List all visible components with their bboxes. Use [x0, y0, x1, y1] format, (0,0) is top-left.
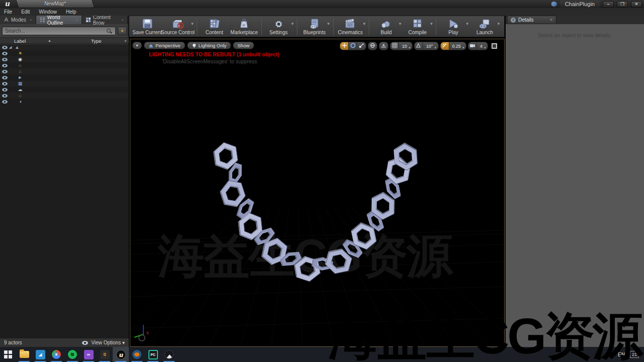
viewport-options-button[interactable]: ▼: [132, 42, 142, 49]
visibility-eye-icon[interactable]: [2, 76, 8, 79]
show-button[interactable]: Show: [233, 42, 254, 49]
dropdown-caret-icon[interactable]: ▼: [497, 22, 501, 26]
column-type[interactable]: Type: [91, 38, 102, 44]
perspective-button[interactable]: Perspective: [144, 42, 185, 49]
menu-file[interactable]: File: [4, 9, 12, 15]
blueprints-button[interactable]: Blueprints: [299, 18, 329, 35]
visibility-eye-icon[interactable]: [2, 70, 8, 73]
sky-light-icon: ☁: [17, 87, 23, 92]
visibility-eye-icon[interactable]: [2, 94, 8, 98]
dropdown-caret-icon[interactable]: ▼: [398, 22, 402, 26]
outliner-footer: 9 actors View Options ▾: [0, 338, 129, 347]
build-button[interactable]: Build: [371, 18, 401, 35]
tab-details[interactable]: i Details ✕: [507, 16, 556, 24]
outliner-row[interactable]: ☁: [0, 86, 129, 93]
dropdown-caret-icon[interactable]: ▼: [362, 22, 366, 26]
taskbar-unreal[interactable]: u: [113, 347, 129, 362]
view-options-button[interactable]: View Options ▾: [82, 340, 125, 345]
outliner-row[interactable]: ⌂: [0, 68, 129, 74]
search-icon: [107, 29, 111, 33]
plugin-title: ChainPlugin: [560, 1, 600, 8]
menu-help[interactable]: Help: [66, 9, 76, 15]
close-button[interactable]: ✕: [631, 1, 642, 8]
outliner-row[interactable]: ◑: [0, 99, 129, 105]
outliner-row[interactable]: ►: [0, 74, 129, 80]
taskbar-pycharm[interactable]: PC: [145, 347, 161, 362]
visibility-eye-icon[interactable]: [2, 100, 8, 104]
column-options-icon[interactable]: ▼: [124, 39, 127, 43]
scale-snap-button[interactable]: [441, 42, 449, 50]
details-body: Select an object to view details.: [506, 24, 644, 347]
outliner-row[interactable]: ◉: [0, 56, 129, 62]
start-button[interactable]: [0, 347, 16, 362]
viewport[interactable]: 海益生CG资源 ▼ Perspective Lighting Only Show…: [130, 39, 505, 347]
tab-world-outliner[interactable]: World Outline×: [36, 16, 82, 24]
outliner-icon: [40, 17, 45, 23]
menu-edit[interactable]: Edit: [21, 9, 30, 15]
marketplace-button[interactable]: uMarketplace: [229, 18, 259, 35]
outliner-row[interactable]: ⌂: [0, 62, 129, 68]
column-label[interactable]: Label: [14, 38, 26, 44]
create-folder-icon[interactable]: +: [118, 27, 127, 35]
dropdown-caret-icon[interactable]: ▼: [190, 22, 194, 26]
tab-modes[interactable]: Modes×: [0, 16, 36, 24]
visibility-eye-icon[interactable]: [2, 52, 8, 55]
taskbar-chrome[interactable]: [48, 347, 64, 362]
visibility-eye-icon[interactable]: [2, 82, 8, 85]
taskbar-spotify[interactable]: ≋: [64, 347, 80, 362]
minimize-button[interactable]: –: [603, 1, 614, 8]
dropdown-caret-icon[interactable]: ▼: [429, 22, 433, 26]
dropdown-caret-icon[interactable]: ▼: [327, 22, 331, 26]
title-bar: u NewMap* ChainPlugin – ❐ ✕: [0, 0, 644, 8]
menu-window[interactable]: Window: [39, 9, 57, 15]
dropdown-caret-icon[interactable]: ▼: [290, 22, 294, 26]
sort-ascending-icon[interactable]: ▲: [48, 39, 51, 42]
compile-icon: [411, 18, 424, 30]
taskbar-explorer[interactable]: [16, 347, 32, 362]
source-control-button[interactable]: Source Control: [162, 18, 193, 35]
dropdown-caret-icon[interactable]: ▼: [465, 22, 469, 26]
save-current-button[interactable]: Save Current: [132, 18, 162, 35]
launch-button[interactable]: Launch: [470, 18, 500, 35]
grid-snap-button[interactable]: [390, 42, 399, 50]
outliner-row[interactable]: ◢▲: [0, 44, 129, 50]
taskbar-vscode[interactable]: ◢: [32, 347, 48, 362]
taskbar-photos[interactable]: [161, 347, 177, 362]
move-tool-button[interactable]: [340, 42, 349, 50]
visibility-eye-icon[interactable]: [2, 64, 8, 67]
world-coordinate-button[interactable]: [368, 42, 377, 50]
cinematics-button[interactable]: Cinematics: [336, 18, 365, 35]
taskbar-blender[interactable]: [129, 347, 145, 362]
visibility-eye-icon[interactable]: [2, 88, 8, 92]
outliner-row[interactable]: ▦: [0, 80, 129, 86]
outliner-row[interactable]: ☀: [0, 50, 129, 56]
rotation-snap-button[interactable]: [415, 42, 423, 50]
search-input[interactable]: [2, 27, 116, 35]
tab-content-browser[interactable]: Content Brow×: [82, 16, 128, 24]
taskbar-visual-studio[interactable]: ∞: [80, 347, 97, 362]
level-tab[interactable]: NewMap*: [16, 0, 95, 8]
surface-snap-button[interactable]: [379, 42, 388, 50]
world-outliner-panel: Modes× World Outline× Content Brow× + La…: [0, 16, 129, 347]
scale-icon: [359, 43, 364, 49]
settings-button[interactable]: Settings: [264, 18, 293, 35]
visibility-eye-icon[interactable]: [2, 58, 8, 61]
taskbar-sublime[interactable]: S: [97, 347, 113, 362]
maximize-button[interactable]: ❐: [617, 1, 628, 8]
maximize-viewport-button[interactable]: [492, 43, 497, 49]
close-tab-icon[interactable]: ✕: [549, 18, 553, 22]
view-mode-button[interactable]: Lighting Only: [187, 42, 231, 49]
expander-icon: ◢: [9, 45, 13, 49]
compile-button[interactable]: Compile: [403, 18, 432, 35]
settings-icon: [272, 18, 285, 30]
surface-snap-icon: [381, 43, 386, 49]
rotate-tool-button[interactable]: [349, 42, 357, 50]
content-button[interactable]: Content: [199, 18, 229, 35]
plugin-cube-icon: [551, 2, 557, 7]
play-button[interactable]: Play: [438, 18, 468, 35]
outliner-row[interactable]: ⌂: [0, 93, 129, 99]
camera-speed-button[interactable]: [468, 42, 477, 50]
scale-tool-button[interactable]: [357, 42, 366, 50]
chain-mesh[interactable]: [130, 39, 505, 347]
visibility-eye-icon[interactable]: [2, 46, 8, 49]
